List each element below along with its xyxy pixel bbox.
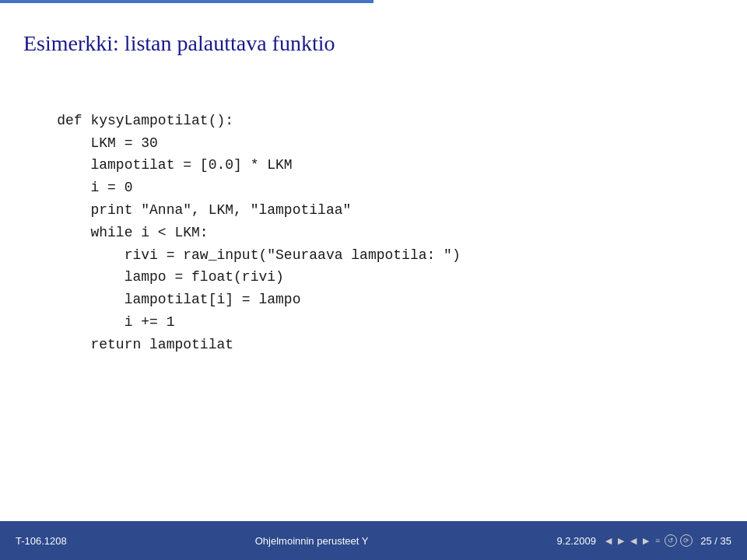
nav-icons: ◀ ▶ ◀ ▶ ≡ ↺ ⟳ [604,534,693,548]
slide-date: 9.2.2009 [556,535,596,547]
nav-circle-icon-2[interactable]: ⟳ [680,534,693,547]
code-line-11: return lampotilat [57,337,233,352]
code-line-10: i += 1 [57,314,174,330]
top-accent-bar [0,0,374,3]
code-line-5: print "Anna", LKM, "lampotilaa" [57,202,351,218]
code-block: def kysyLampotilat(): LKM = 30 lampotila… [23,87,724,378]
nav-menu-icon[interactable]: ≡ [654,534,661,547]
code-line-3: lampotilat = [0.0] * LKM [57,157,292,173]
course-name: Ohjelmoinnin perusteet Y [255,535,369,547]
code-line-8: lampo = float(rivi) [57,269,284,285]
nav-arrow-left-2[interactable]: ◀ [629,534,638,548]
code-line-9: lampotilat[i] = lampo [57,292,300,307]
nav-circle-icon[interactable]: ↺ [665,534,677,547]
code-line-2: LKM = 30 [57,135,158,151]
slide-content: Esimerkki: listan palauttava funktio def… [23,16,724,513]
slide-page: 25 / 35 [700,535,731,547]
code-line-1: def kysyLampotilat(): [57,113,233,128]
bottom-navigation-bar: T-106.1208 Ohjelmoinnin perusteet Y 9.2.… [0,521,747,560]
code-line-4: i = 0 [57,180,132,195]
bottom-right-group: 9.2.2009 ◀ ▶ ◀ ▶ ≡ ↺ ⟳ 25 / 35 [556,534,731,548]
nav-arrow-left-1[interactable]: ◀ [604,534,613,548]
nav-arrow-right-1[interactable]: ▶ [616,534,626,548]
code-line-7: rivi = raw_input("Seuraava lampotila: ") [57,247,460,263]
nav-arrow-right-2[interactable]: ▶ [641,534,651,548]
code-line-6: while i < LKM: [57,225,208,240]
course-code: T-106.1208 [16,535,67,547]
slide-title: Esimerkki: listan palauttava funktio [23,31,724,56]
